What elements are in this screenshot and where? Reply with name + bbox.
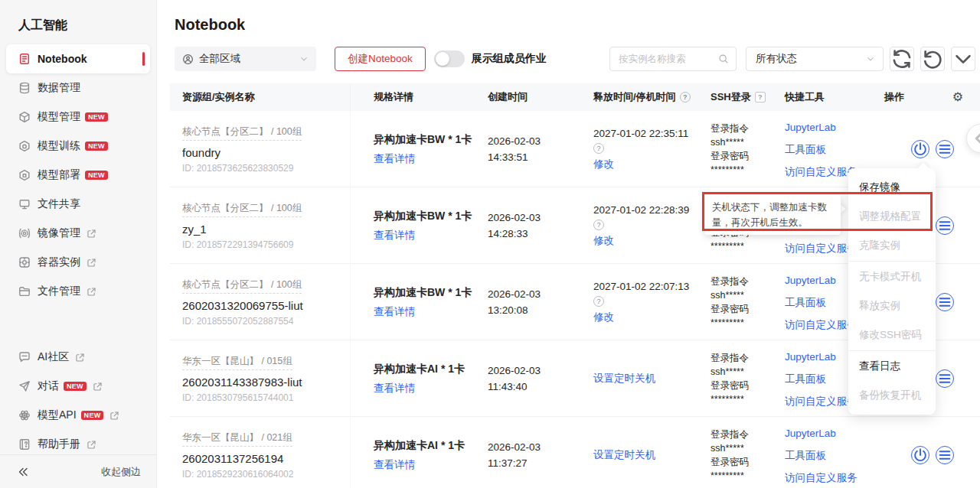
edge-floating-button[interactable] <box>966 124 980 153</box>
menu-separator <box>848 350 936 351</box>
resource-group-label[interactable]: 华东一区【昆山】 / 021组 <box>182 431 292 447</box>
sidebar-item-image-manage[interactable]: 镜像管理 <box>6 219 150 248</box>
quick-tool-link[interactable]: 访问自定义服务 <box>785 467 875 488</box>
quick-tool-link[interactable]: JupyterLab <box>785 422 875 444</box>
context-menu-item[interactable]: 查看日志 <box>848 352 936 381</box>
view-spec-link[interactable]: 查看详情 <box>374 229 479 242</box>
release-action-link[interactable]: 修改 <box>593 311 701 324</box>
spec-label: 异构加速卡BW * 1卡 <box>374 133 479 147</box>
gear-icon[interactable]: ⚙ <box>952 91 980 103</box>
view-spec-link[interactable]: 查看详情 <box>374 152 479 166</box>
instance-search-input[interactable] <box>619 54 718 64</box>
chevron-left-icon <box>967 125 980 152</box>
quick-tool-link[interactable]: JupyterLab <box>785 116 875 138</box>
external-link-icon <box>93 382 103 392</box>
sidebar-item-chat[interactable]: 对话 NEW <box>6 372 150 401</box>
context-menu-item[interactable]: 释放实例 <box>848 291 936 320</box>
circle-help-icon[interactable]: ? <box>593 143 604 154</box>
community-icon <box>18 351 31 363</box>
created-time: 11:43:40 <box>488 379 584 395</box>
toolbar: 全部区域 创建Notebook 展示组成员作业 所有状态 <box>175 47 975 71</box>
context-menu-item[interactable]: 修改SSH密码 <box>848 320 936 350</box>
more-actions-button[interactable] <box>936 140 954 158</box>
sidebar-item-model-deploy[interactable]: 模型部署 NEW <box>6 161 150 190</box>
show-group-jobs-toggle[interactable] <box>434 50 465 67</box>
release-action-link[interactable]: 设置定时关机 <box>593 372 701 386</box>
sidebar-nav: Notebook 数据管理 模型管理 NEW 模型训练 NEW 模型部署 NEW… <box>0 43 156 460</box>
ssh-login-line: 登录指令 <box>710 275 776 288</box>
context-menu-item[interactable]: 备份恢复开机 <box>848 381 936 410</box>
sidebar-item-community[interactable]: AI社区 <box>6 343 150 372</box>
release-action-link[interactable]: 修改 <box>593 158 701 171</box>
sidebar-item-folder[interactable]: 文件管理 <box>6 277 150 306</box>
collapse-toolbar-button[interactable] <box>951 47 975 71</box>
region-icon <box>182 54 194 65</box>
search-icon <box>718 54 729 64</box>
context-menu-item[interactable]: 调整规格配置 <box>848 202 936 231</box>
double-chevron-left-icon[interactable] <box>17 466 29 478</box>
toggle-knob <box>436 52 449 66</box>
search-box[interactable] <box>609 47 737 71</box>
view-spec-link[interactable]: 查看详情 <box>374 458 479 472</box>
power-button[interactable] <box>911 446 929 464</box>
sidebar-item-label: 模型部署 <box>38 168 80 182</box>
context-menu-item[interactable]: 克隆实例 <box>848 231 936 260</box>
created-time: 11:37:27 <box>488 455 584 471</box>
release-time: 2027-01-02 22:28:39 <box>593 204 701 216</box>
release-action-link[interactable]: 修改 <box>593 234 701 248</box>
circle-help-icon[interactable]: ? <box>593 296 604 307</box>
created-time: 14:33:51 <box>488 149 584 165</box>
notebook-icon <box>18 53 31 65</box>
collapse-sidebar-button[interactable]: 收起侧边 <box>101 465 141 479</box>
sidebar-item-container[interactable]: 容器实例 <box>6 248 150 277</box>
view-spec-link[interactable]: 查看详情 <box>374 305 479 319</box>
menu-lines-icon <box>936 141 953 158</box>
context-menu-item[interactable]: 保存镜像 <box>848 173 936 202</box>
reset-button[interactable] <box>920 47 945 71</box>
file-share-icon <box>18 198 31 210</box>
created-date: 2026-02-03 <box>488 210 584 226</box>
created-date: 2026-02-03 <box>488 133 584 149</box>
resource-group-label[interactable]: 核心节点【分区二】 / 100组 <box>182 125 302 141</box>
resource-group-label[interactable]: 华东一区【昆山】 / 015组 <box>182 355 292 370</box>
quick-tool-link[interactable]: 工具面板 <box>785 138 875 161</box>
sidebar-item-model-manage[interactable]: 模型管理 NEW <box>6 102 150 132</box>
spec-label: 异构加速卡BW * 1卡 <box>374 286 479 300</box>
spec-label: 异构加速卡AI * 1卡 <box>374 363 479 376</box>
ssh-login-line: ********* <box>710 163 776 177</box>
menu-lines-icon <box>936 447 953 464</box>
square-help-icon[interactable]: ? <box>755 92 766 102</box>
database-icon <box>18 82 31 94</box>
power-icon <box>912 447 929 464</box>
more-actions-button[interactable] <box>936 216 954 235</box>
sidebar-item-label: 帮助手册 <box>38 438 80 451</box>
ssh-login-line: ssh***** <box>710 365 776 379</box>
more-actions-button[interactable] <box>936 446 954 464</box>
circle-help-icon[interactable]: ? <box>680 92 691 102</box>
instance-name: zy_1 <box>182 223 350 236</box>
ssh-login-line: ********* <box>710 469 776 483</box>
resource-group-label[interactable]: 核心节点【分区二】 / 100组 <box>182 202 302 217</box>
quick-tool-link[interactable]: 工具面板 <box>785 444 875 467</box>
more-actions-button[interactable] <box>936 293 954 311</box>
create-notebook-button[interactable]: 创建Notebook <box>335 47 426 71</box>
release-action-link[interactable]: 设置定时关机 <box>593 448 701 462</box>
context-menu-item[interactable]: 无卡模式开机 <box>848 262 936 291</box>
chevron-down-icon <box>952 47 975 70</box>
refresh-button[interactable] <box>890 47 914 71</box>
instance-name: 2602031143387983-liut <box>182 376 350 389</box>
view-spec-link[interactable]: 查看详情 <box>374 382 479 395</box>
power-button[interactable] <box>911 140 929 158</box>
sidebar-item-model-train[interactable]: 模型训练 NEW <box>6 132 150 161</box>
sidebar-item-notebook[interactable]: Notebook <box>6 44 150 73</box>
sidebar-item-file-share[interactable]: 文件共享 <box>6 190 150 219</box>
more-actions-button[interactable] <box>936 369 954 388</box>
resource-group-label[interactable]: 核心节点【分区二】 / 100组 <box>182 278 302 294</box>
region-select[interactable]: 全部区域 <box>175 47 316 71</box>
circle-help-icon[interactable]: ? <box>593 220 604 230</box>
status-filter-select[interactable]: 所有状态 <box>746 47 884 71</box>
ssh-login-line: 登录指令 <box>710 428 776 441</box>
sidebar-item-api[interactable]: 模型API NEW <box>6 401 150 430</box>
menu-lines-icon <box>936 370 953 387</box>
sidebar-item-database[interactable]: 数据管理 <box>6 73 150 102</box>
